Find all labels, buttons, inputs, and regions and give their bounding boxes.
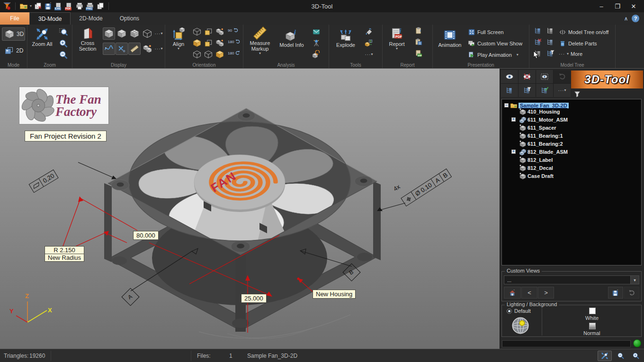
close-button[interactable]: ✕ — [627, 1, 640, 11]
display-dimensions-button[interactable] — [128, 43, 141, 55]
export-png-button[interactable]: PNG — [86, 2, 94, 10]
model-info-button[interactable]: Model Info — [277, 28, 307, 48]
display-labels-button[interactable] — [141, 43, 153, 55]
mode-2d-button[interactable]: 2D — [2, 44, 25, 57]
open-file-button[interactable] — [19, 2, 28, 10]
custom-view-show-button[interactable]: Custom View Show — [468, 40, 522, 47]
display-shaded-edges-button[interactable] — [116, 27, 128, 40]
display-shaded-button[interactable] — [103, 27, 115, 40]
tab-options[interactable]: Options — [111, 12, 148, 25]
export-exe-button[interactable]: EXE — [54, 2, 63, 10]
view-prev-button[interactable]: < — [521, 287, 537, 299]
tree-isolate-button[interactable] — [545, 48, 556, 59]
move-parts-button[interactable] — [363, 38, 375, 48]
view-top-button[interactable] — [203, 38, 214, 48]
animation-button[interactable]: Animation — [436, 28, 464, 48]
send-view-button[interactable] — [311, 26, 322, 37]
tab-file[interactable]: File — [0, 12, 29, 25]
save-button[interactable] — [44, 2, 53, 10]
view-iso-button[interactable] — [192, 26, 202, 37]
projection-button[interactable] — [311, 38, 322, 48]
tree-row[interactable]: 611_Bearing:1 — [502, 132, 641, 140]
filter-icon[interactable] — [573, 90, 581, 100]
maximize-button[interactable]: ❐ — [611, 1, 624, 11]
radius-label[interactable]: R 2.150 New Radius — [45, 246, 84, 262]
measure-markup-button[interactable]: Measure Markup — [245, 26, 275, 55]
tree-row[interactable]: 812_Label — [502, 156, 641, 164]
app-icon[interactable] — [3, 2, 11, 10]
tree-row[interactable]: 410_Housing — [502, 107, 641, 115]
print-button[interactable] — [75, 2, 84, 10]
tree-row[interactable]: + 611_Motor_ASM — [502, 115, 641, 124]
collapse-ribbon-button[interactable]: ∧ — [624, 16, 628, 22]
display-transparent-button[interactable] — [141, 27, 153, 40]
close-file-button[interactable] — [34, 2, 42, 10]
tree-show-all-button[interactable] — [532, 26, 544, 36]
export-pdf-button[interactable]: PDF — [65, 2, 73, 10]
play-animation-button[interactable]: Play Animation — [468, 51, 519, 59]
statusbar-zoom-all-button[interactable] — [598, 351, 612, 361]
rotate-180-button[interactable]: 180 — [228, 39, 241, 44]
display-points-button[interactable] — [116, 43, 128, 55]
tree-collapse-button[interactable] — [545, 37, 556, 47]
report-list-button[interactable] — [413, 37, 424, 47]
tools-more-dropdown[interactable]: ··· — [363, 50, 375, 59]
help-button[interactable]: ? — [632, 15, 639, 22]
hide-parts-button[interactable] — [519, 70, 536, 83]
report-button[interactable]: Report — [385, 27, 409, 50]
background-normal-swatch[interactable] — [589, 323, 596, 329]
dropdown-arrow-icon[interactable]: ▾ — [630, 276, 639, 284]
view-undo-button[interactable] — [624, 287, 639, 299]
report-export-button[interactable] — [413, 48, 424, 59]
undo-visibility-button[interactable] — [554, 70, 571, 83]
tab-2d-mode[interactable]: 2D-Mode — [71, 12, 111, 25]
view-bottom-button[interactable] — [215, 49, 225, 60]
mode-3d-button[interactable]: 3D — [2, 27, 25, 41]
tree-structure-button[interactable] — [501, 84, 518, 97]
open-file-dropdown[interactable] — [30, 5, 32, 8]
dimension-width-label[interactable]: 80.000 — [133, 231, 159, 240]
delete-parts-button[interactable]: Delete Parts — [559, 40, 597, 47]
view-back-button[interactable] — [203, 26, 214, 37]
display-more-dropdown[interactable]: ··· — [154, 29, 163, 38]
tree-row[interactable]: 611_Spacer — [502, 124, 641, 132]
view-next-button[interactable]: > — [538, 287, 554, 299]
zoom-window-button[interactable] — [58, 26, 69, 38]
lighting-sphere-icon[interactable] — [510, 316, 530, 336]
tree-row[interactable]: + 812_Blade_ASM — [502, 148, 641, 156]
report-info-button[interactable] — [413, 26, 424, 36]
view-front-button[interactable] — [192, 38, 202, 48]
default-lighting-radio[interactable]: Default — [507, 308, 531, 314]
tree-check-button[interactable] — [536, 84, 553, 97]
display-more2-dropdown[interactable]: ··· — [154, 44, 163, 53]
compare-models-button[interactable] — [311, 49, 322, 60]
statusbar-zoom-out-button[interactable] — [614, 351, 628, 361]
view-right-button[interactable] — [203, 49, 214, 60]
copy-button[interactable] — [96, 2, 105, 10]
tree-hide-button[interactable] — [532, 37, 544, 47]
background-white-swatch[interactable] — [589, 308, 596, 314]
viewport-3d[interactable]: FAN — [0, 69, 500, 349]
zoom-all-button[interactable]: Zoom All — [28, 27, 56, 47]
tree-row[interactable]: 611_Bearing:2 — [502, 140, 641, 148]
rotate-180b-button[interactable]: 180 — [228, 50, 241, 56]
view-camera1-button[interactable] — [215, 26, 225, 37]
tree-expand-button[interactable] — [545, 26, 556, 36]
full-screen-button[interactable]: Full Screen — [468, 28, 504, 36]
tree-more-dropdown[interactable]: ··· — [554, 84, 571, 97]
minimize-button[interactable]: – — [595, 1, 608, 11]
tab-3d-mode[interactable]: 3D-Mode — [29, 12, 71, 25]
rotate-90-button[interactable]: 90 — [228, 27, 239, 33]
tree-row[interactable]: 812_Decal — [502, 164, 641, 172]
show-selected-button[interactable] — [536, 70, 553, 83]
tree-filter-button[interactable] — [519, 84, 536, 97]
cross-section-button[interactable]: Cross Section — [74, 26, 101, 52]
view-left-button[interactable] — [192, 49, 202, 60]
view-save-button[interactable] — [608, 287, 623, 299]
model-tree-more-dropdown[interactable]: ···More — [559, 51, 582, 57]
model-tree-onoff-button[interactable]: Model Tree on/off — [559, 28, 608, 36]
zoom-in-select-button[interactable] — [58, 38, 69, 49]
paint-parts-button[interactable] — [363, 26, 375, 37]
zoom-out-button[interactable] — [58, 49, 69, 61]
align-button[interactable]: Align — [167, 27, 190, 50]
